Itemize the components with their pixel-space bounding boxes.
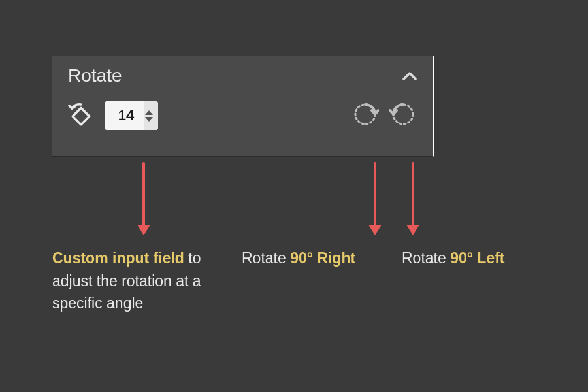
collapse-icon[interactable] — [402, 67, 417, 84]
preset-rotation-group — [351, 101, 417, 131]
rotate-panel: Rotate — [52, 56, 434, 157]
annotation-highlight: 90° Left — [450, 250, 504, 267]
angle-step-up-icon[interactable] — [145, 110, 153, 115]
angle-input-wrapper — [105, 101, 158, 130]
rotate-panel-header: Rotate — [52, 56, 433, 91]
annotation-custom-input: Custom input field to adjust the rotatio… — [52, 247, 235, 315]
annotation-highlight: Custom input field — [52, 250, 184, 267]
rotate-angle-icon — [68, 102, 94, 129]
annotation-arrow — [374, 162, 376, 234]
rotate-panel-body — [52, 91, 433, 141]
annotation-text: Rotate — [242, 250, 290, 267]
panel-title: Rotate — [68, 65, 122, 86]
annotation-rotate-right: Rotate 90° Right — [242, 247, 355, 270]
angle-step-down-icon[interactable] — [145, 117, 153, 122]
annotation-text: Rotate — [402, 250, 450, 267]
rotate-90-right-button[interactable] — [351, 101, 379, 131]
angle-stepper — [144, 101, 158, 130]
rotation-angle-input[interactable] — [105, 101, 144, 130]
annotation-arrow — [142, 162, 145, 234]
annotation-arrow — [412, 162, 414, 234]
annotation-rotate-left: Rotate 90° Left — [402, 247, 505, 270]
annotation-highlight: 90° Right — [290, 250, 355, 267]
rotate-90-left-button[interactable] — [389, 101, 417, 131]
svg-rect-0 — [73, 108, 89, 124]
custom-rotation-group — [68, 101, 158, 130]
